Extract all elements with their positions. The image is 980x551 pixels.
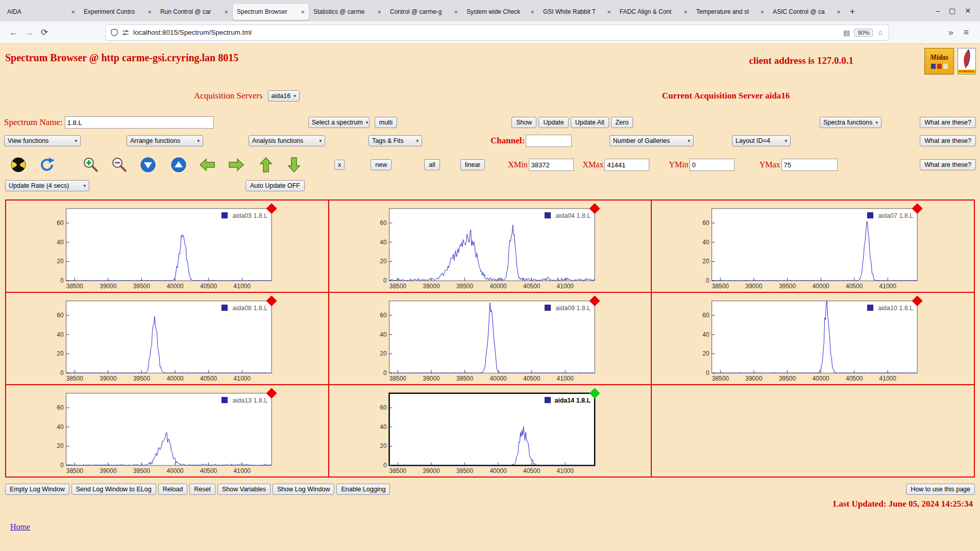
window-close-button[interactable]: ✕ (965, 7, 971, 15)
url-bar[interactable]: localhost:8015/Spectrum/Spectrum.tml ▤ 9… (105, 24, 889, 41)
update-button[interactable]: Update (538, 117, 568, 128)
tab-close-icon[interactable]: × (837, 8, 841, 16)
bookmark-star-icon[interactable]: ☆ (877, 29, 884, 37)
reset-button[interactable]: Reset (189, 484, 215, 495)
zoom-out-icon[interactable] (110, 156, 129, 173)
linear-button[interactable]: linear (460, 159, 485, 170)
x-button[interactable]: x (334, 160, 345, 170)
midas-logo: Midas (924, 48, 954, 74)
spectrum-plot-aida04[interactable]: 3850039000395004000040500410000204060aid… (329, 200, 652, 292)
show-variables-button[interactable]: Show Variables (217, 484, 271, 495)
acquisition-server-select[interactable]: aida16▾ (268, 90, 300, 102)
spectra-functions-select[interactable]: Spectra functions▾ (820, 117, 881, 128)
send-log-to-elog-button[interactable]: Send Log Window to ELog (71, 484, 156, 495)
tab-close-icon[interactable]: × (148, 8, 152, 16)
reload-page-button[interactable]: Reload (158, 484, 188, 495)
spectrum-plot-aida13[interactable]: 3850039000395004000040500410000204060aid… (6, 385, 329, 477)
chevron-down-icon: ▾ (785, 138, 788, 143)
empty-log-window-button[interactable]: Empty Log Window (5, 484, 69, 495)
zoom-in-icon[interactable] (82, 156, 100, 173)
enable-logging-button[interactable]: Enable Logging (336, 484, 390, 495)
zero-button[interactable]: Zero (611, 117, 633, 128)
zoom-indicator[interactable]: 90% (854, 29, 873, 37)
layout-id-select[interactable]: Layout ID=4▾ (732, 135, 791, 146)
browser-tab[interactable]: GSI White Rabbit T× (539, 4, 615, 20)
what-are-these-button[interactable]: What are these? (920, 117, 976, 128)
browser-tab[interactable]: FADC Align & Cont× (616, 4, 692, 20)
show-button[interactable]: Show (511, 117, 536, 128)
browser-tab[interactable]: System wide Check× (462, 4, 538, 20)
spectrum-name-input[interactable] (65, 116, 214, 129)
app-menu-icon[interactable]: ≡ (959, 25, 974, 40)
channel-input[interactable] (526, 135, 572, 147)
analysis-functions-select[interactable]: Analysis functions▾ (249, 135, 325, 146)
select-a-spectrum[interactable]: Select a spectrum▾ (308, 117, 370, 128)
overflow-chevrons-icon[interactable]: » (943, 25, 959, 40)
tab-close-icon[interactable]: × (301, 8, 305, 16)
browser-reload-button[interactable]: ⟳ (37, 25, 52, 40)
spectrum-plot-aida07[interactable]: 3850039000395004000040500410000204060aid… (651, 200, 974, 292)
pan-right-icon[interactable] (227, 156, 246, 173)
tab-close-icon[interactable]: × (607, 8, 611, 16)
how-to-use-button[interactable]: How to use this page (906, 484, 975, 495)
svg-text:60: 60 (703, 219, 710, 227)
tab-close-icon[interactable]: × (71, 8, 75, 16)
tab-close-icon[interactable]: × (530, 8, 534, 16)
all-button[interactable]: all (424, 159, 440, 170)
maximize-button[interactable]: ▢ (949, 7, 955, 15)
browser-tab-active[interactable]: Spectrum Browser× (233, 4, 309, 20)
channel-label: Channel: (491, 136, 525, 146)
what-are-these-button[interactable]: What are these? (920, 135, 976, 146)
pan-left-icon[interactable] (198, 156, 216, 173)
refresh-icon[interactable] (38, 156, 56, 173)
pan-down-icon[interactable] (285, 156, 303, 173)
pan-up-icon[interactable] (257, 156, 275, 173)
view-functions-select[interactable]: View functions▾ (4, 135, 81, 146)
spectrum-plot-aida14[interactable]: 3850039000395004000040500410000204060aid… (329, 385, 652, 477)
ymax-input[interactable] (781, 159, 838, 171)
shield-icon[interactable] (111, 29, 118, 36)
browser-tab[interactable]: AIDA× (3, 4, 79, 20)
what-are-these-button[interactable]: What are these? (920, 159, 976, 170)
browser-tab[interactable]: Run Control @ car× (156, 4, 232, 20)
browser-tab[interactable]: Statistics @ carme× (309, 4, 385, 20)
expand-y-icon[interactable] (169, 156, 188, 173)
tab-close-icon[interactable]: × (224, 8, 228, 16)
reader-mode-icon[interactable]: ▤ (843, 29, 850, 37)
tags-fits-select[interactable]: Tags & Fits▾ (369, 135, 422, 146)
show-log-window-button[interactable]: Show Log Window (273, 484, 335, 495)
svg-text:20: 20 (57, 258, 64, 265)
ymin-input[interactable] (690, 159, 734, 171)
tab-close-icon[interactable]: × (683, 8, 688, 16)
svg-text:aida10 1.8.L: aida10 1.8.L (878, 305, 914, 312)
number-of-galleries-select[interactable]: Number of Galleries▾ (609, 135, 694, 146)
tab-close-icon[interactable]: × (377, 8, 381, 16)
radiation-icon[interactable] (9, 156, 28, 173)
browser-tab[interactable]: ASIC Control @ ca× (769, 4, 845, 20)
xmax-input[interactable] (604, 159, 649, 171)
update-rate-select[interactable]: Update Rate (4 secs)▾ (5, 180, 89, 191)
auto-update-button[interactable]: Auto Update OFF (246, 180, 305, 191)
tab-close-icon[interactable]: × (760, 8, 764, 16)
minimize-button[interactable]: – (936, 7, 940, 15)
browser-tab[interactable]: Control @ carme-g× (386, 4, 462, 20)
arrange-functions-select[interactable]: Arrange functions▾ (127, 135, 203, 146)
browser-tab[interactable]: Experiment Contro× (80, 4, 156, 20)
new-button[interactable]: new (371, 159, 391, 170)
multi-button[interactable]: multi (375, 117, 397, 128)
spectrum-plot-aida08[interactable]: 3850039000395004000040500410000204060aid… (6, 292, 329, 385)
update-all-button[interactable]: Update All (571, 117, 609, 128)
compress-y-icon[interactable] (139, 156, 157, 173)
xmin-input[interactable] (529, 159, 574, 171)
spectrum-plot-aida10[interactable]: 3850039000395004000040500410000204060aid… (651, 292, 974, 385)
spectrum-plot-aida09[interactable]: 3850039000395004000040500410000204060aid… (329, 292, 652, 385)
spectrum-plot-aida03[interactable]: 3850039000395004000040500410000204060aid… (6, 200, 329, 292)
home-link[interactable]: Home (10, 522, 30, 531)
tab-close-icon[interactable]: × (454, 8, 458, 16)
site-permissions-icon[interactable] (122, 30, 129, 36)
forward-button[interactable]: → (21, 25, 37, 40)
back-button[interactable]: ← (6, 25, 21, 40)
browser-tab[interactable]: Temperature and st× (692, 4, 768, 20)
new-tab-button[interactable]: + (845, 4, 860, 19)
url-text[interactable]: localhost:8015/Spectrum/Spectrum.tml (133, 29, 839, 36)
